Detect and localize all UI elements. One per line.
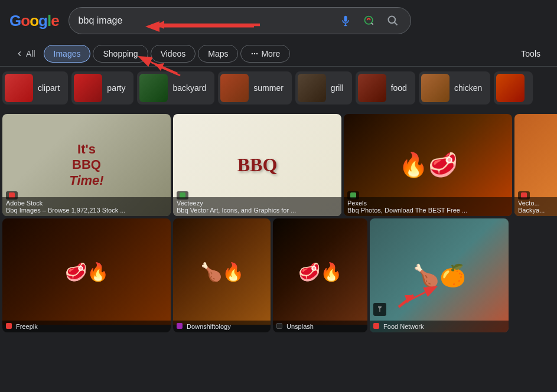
- svg-point-12: [252, 53, 253, 54]
- fork-badge: [373, 303, 386, 316]
- filter-chip-grill[interactable]: grill: [295, 71, 352, 104]
- result-info-freepik: Freepik: [2, 321, 171, 332]
- result-title-partial: Backya...: [518, 207, 545, 214]
- chip-thumb-more: [496, 74, 525, 102]
- chevron-left-icon: [15, 50, 24, 58]
- result-partial[interactable]: Vecto... Backya...: [514, 114, 557, 216]
- result-info-pexels: Pexels Bbq Photos, Download The BEST Fre…: [344, 197, 512, 216]
- filter-chip-food[interactable]: food: [356, 71, 415, 104]
- svg-point-14: [256, 53, 258, 54]
- nav-back-button[interactable]: All: [9, 45, 41, 62]
- chip-thumb-clipart: [5, 74, 33, 102]
- chicken-grill-emoji: 🍗🔥: [200, 262, 244, 282]
- filter-chip-clipart[interactable]: clipart: [2, 71, 68, 104]
- tab-shopping-label: Shopping: [103, 49, 138, 58]
- chip-thumb-backyard: [139, 74, 168, 102]
- page-wrapper: Google bbq image: [0, 0, 557, 339]
- search-icons: [337, 12, 401, 29]
- nav-back-label: All: [26, 49, 35, 58]
- result-pexels[interactable]: 🔥🥩 Pexels Bbq Photos, Download The BEST …: [344, 114, 512, 216]
- google-logo: Google: [9, 12, 59, 30]
- grid-row-2: 🥩🔥 Freepik 🍗🔥 Downshiftology 🥩�: [2, 218, 555, 332]
- filter-chip-party[interactable]: party: [71, 71, 133, 104]
- logo-e: e: [51, 12, 58, 30]
- source-name-vecteezy: Vecteezy: [177, 200, 203, 207]
- svg-point-13: [254, 53, 255, 54]
- search-input[interactable]: bbq image: [79, 15, 331, 26]
- result-vecteezy[interactable]: BBQ Vecteezy Bbq Vector Art, Icons, and …: [173, 114, 341, 216]
- search-icon: [387, 15, 399, 27]
- svg-point-10: [388, 17, 395, 24]
- tab-videos[interactable]: Videos: [151, 45, 196, 63]
- filter-label-backyard: backyard: [172, 83, 206, 93]
- source-name-adobe: Adobe Stock: [6, 200, 43, 207]
- logo-o1: o: [21, 12, 30, 30]
- result-info-food-network: Food Network: [370, 321, 509, 332]
- logo-g: G: [9, 12, 21, 30]
- chip-thumb-party: [74, 74, 102, 102]
- logo-o2: o: [30, 12, 38, 30]
- filter-label-chicken: chicken: [454, 83, 482, 93]
- filter-label-food: food: [391, 83, 407, 93]
- filter-label-grill: grill: [331, 83, 344, 93]
- filter-row: clipart party backyard summer grill food…: [0, 67, 557, 109]
- result-image-food-network: 🍗🍊: [370, 218, 509, 332]
- source-dot-unsplash: [276, 323, 282, 329]
- microphone-icon: [340, 15, 351, 27]
- header: Google bbq image: [0, 0, 557, 41]
- tools-button[interactable]: Tools: [514, 45, 548, 62]
- source-name-food-network: Food Network: [383, 323, 424, 330]
- source-name-pexels: Pexels: [347, 200, 367, 207]
- result-image-downshiftology: 🍗🔥: [173, 218, 271, 325]
- filter-chip-summer[interactable]: summer: [218, 71, 292, 104]
- source-name-partial: Vecto...: [518, 200, 540, 207]
- tab-more-label: More: [261, 49, 280, 58]
- search-submit-button[interactable]: [385, 12, 401, 29]
- source-dot-downshiftology: [177, 323, 183, 329]
- filter-chip-chicken[interactable]: chicken: [419, 71, 490, 104]
- tab-maps-label: Maps: [208, 49, 228, 58]
- voice-search-button[interactable]: [337, 12, 354, 29]
- filter-label-summer: summer: [253, 83, 284, 93]
- chip-thumb-chicken: [421, 74, 449, 102]
- result-info-partial: Vecto... Backya...: [514, 197, 557, 216]
- result-image-unsplash: 🥩🔥: [273, 218, 367, 325]
- tab-images-label: Images: [54, 49, 81, 58]
- tab-shopping[interactable]: Shopping: [93, 45, 148, 63]
- fire-emoji: 🔥🥩: [399, 151, 458, 179]
- steak-emoji: 🥩🔥: [298, 262, 342, 282]
- image-grid-section: It'sBBQTime! Adobe Stock Bbq Images – Br…: [0, 109, 557, 339]
- tab-videos-label: Videos: [161, 49, 186, 58]
- source-name-downshiftology: Downshiftology: [187, 323, 231, 330]
- result-unsplash[interactable]: 🥩🔥 Unsplash: [273, 218, 367, 332]
- result-info-unsplash: Unsplash: [273, 321, 367, 332]
- result-freepik[interactable]: 🥩🔥 Freepik: [2, 218, 171, 332]
- chicken-plate-emoji: 🍗🍊: [413, 263, 466, 288]
- chip-thumb-food: [358, 74, 386, 102]
- filter-chip-backyard[interactable]: backyard: [137, 71, 214, 104]
- result-food-network[interactable]: 🍗🍊 Food Network: [370, 218, 509, 332]
- nav-tabs: All Images Shopping Videos Maps More Too…: [0, 41, 557, 67]
- fork-icon: [376, 305, 383, 312]
- tab-maps[interactable]: Maps: [198, 45, 238, 63]
- result-title-pexels: Bbq Photos, Download The BEST Free ...: [347, 207, 467, 214]
- result-image-freepik: 🥩🔥: [2, 218, 171, 325]
- more-dots-icon: [250, 50, 259, 58]
- tools-label: Tools: [521, 49, 540, 58]
- grid-row-1: It'sBBQTime! Adobe Stock Bbq Images – Br…: [2, 114, 555, 216]
- result-title-vecteezy: Bbq Vector Art, Icons, and Graphics for …: [177, 207, 296, 214]
- result-downshiftology[interactable]: 🍗🔥 Downshiftology: [173, 218, 271, 332]
- source-dot-freepik: [6, 323, 12, 329]
- source-dot-food-network: [373, 323, 379, 329]
- filter-chip-more[interactable]: [494, 71, 533, 104]
- lens-icon: [363, 15, 375, 27]
- filter-label-party: party: [107, 83, 125, 93]
- result-adobe-stock[interactable]: It'sBBQTime! Adobe Stock Bbq Images – Br…: [2, 114, 171, 216]
- result-title-adobe: Bbq Images – Browse 1,972,213 Stock ...: [6, 207, 125, 214]
- source-name-unsplash: Unsplash: [286, 323, 314, 330]
- tab-more[interactable]: More: [240, 45, 290, 63]
- lens-search-button[interactable]: [361, 12, 377, 29]
- filter-label-clipart: clipart: [38, 83, 60, 93]
- coals-emoji: 🥩🔥: [65, 262, 109, 282]
- tab-images[interactable]: Images: [44, 45, 91, 63]
